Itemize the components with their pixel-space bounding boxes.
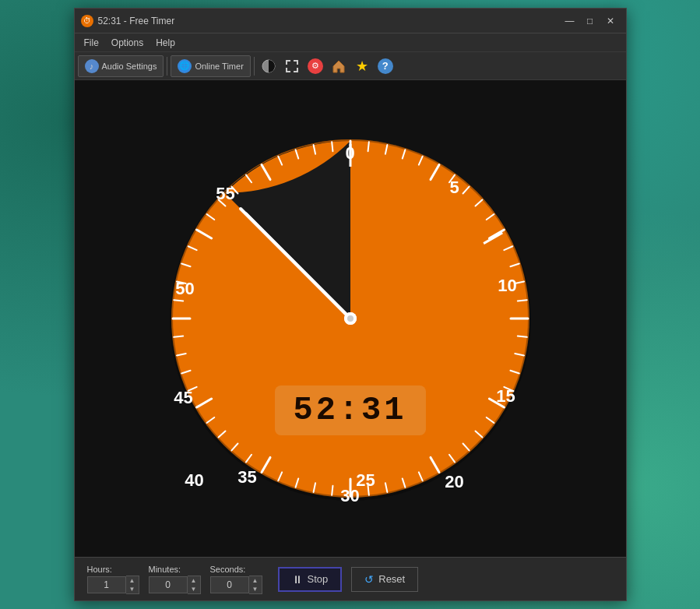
menu-help[interactable]: Help [149,36,181,50]
svg-line-32 [475,431,482,438]
settings-circle-icon: ⚙ [308,58,323,74]
clock-label-40: 40 [185,470,203,491]
svg-line-27 [515,354,524,355]
svg-line-21 [504,246,512,250]
minutes-up[interactable]: ▲ [188,576,200,585]
svg-line-58 [181,264,190,267]
hours-arrows: ▲ ▼ [126,576,139,594]
hours-up[interactable]: ▲ [126,576,139,585]
clock-label-10: 10 [498,276,516,296]
help-icon: ? [378,58,393,74]
svg-line-44 [278,472,282,481]
svg-line-47 [231,444,237,451]
svg-line-70 [245,213,350,319]
svg-line-64 [245,175,251,183]
favorites-button[interactable]: ★ [351,55,373,77]
time-text: 52:31 [293,392,406,429]
svg-line-59 [188,246,196,250]
svg-line-69 [332,142,332,151]
help-button[interactable]: ? [375,55,396,77]
svg-line-54 [174,336,183,337]
svg-line-61 [206,214,214,220]
seconds-up[interactable]: ▲ [249,576,262,585]
toolbar-separator-1 [167,57,167,76]
seconds-group: Seconds: 0 ▲ ▼ [210,565,262,594]
bottom-bar: Hours: 1 ▲ ▼ Minutes: 0 ▲ ▼ Seconds: [75,557,626,600]
theme-toggle-button[interactable] [258,55,280,77]
seconds-down[interactable]: ▼ [249,585,262,593]
svg-line-35 [431,457,439,472]
svg-line-15 [431,165,439,180]
menu-file[interactable]: File [78,36,105,50]
online-timer-label: Online Timer [195,62,243,71]
svg-line-67 [295,150,298,158]
svg-line-56 [174,300,183,301]
svg-line-46 [245,455,251,463]
svg-line-17 [463,187,469,194]
svg-line-34 [448,455,454,463]
hours-down[interactable]: ▼ [126,585,139,593]
audio-settings-button[interactable]: ♪ Audio Settings [78,55,164,77]
svg-line-37 [402,478,405,487]
clock-label-45: 45 [174,388,192,408]
window-controls: — □ ✕ [561,13,620,29]
minutes-label: Minutes: [149,565,201,574]
clock-label-55: 55 [216,184,234,204]
hours-label: Hours: [87,565,139,574]
stop-button[interactable]: ⏸ Stop [278,567,343,592]
svg-line-60 [196,230,211,238]
svg-line-24 [517,300,526,301]
main-window: ⏱ 52:31 - Free Timer — □ ✕ File Options … [74,8,627,601]
clock-label-50: 50 [175,279,194,299]
seconds-label: Seconds: [210,565,262,574]
menu-bar: File Options Help [75,33,626,52]
svg-line-11 [368,142,368,151]
clock-label-30: 30 [340,486,359,506]
minutes-spinner: 0 ▲ ▼ [149,576,201,594]
svg-line-43 [295,478,298,487]
online-timer-button[interactable]: 🌐 Online Timer [171,55,250,77]
svg-line-14 [418,157,422,165]
svg-line-66 [278,157,282,165]
svg-line-13 [402,150,405,158]
svg-line-53 [176,354,185,355]
menu-options[interactable]: Options [105,36,149,50]
minutes-down[interactable]: ▼ [188,585,200,593]
app-icon: ⏱ [81,15,93,27]
star-icon: ★ [356,58,368,75]
reset-label: Reset [378,573,405,585]
svg-point-72 [347,315,354,322]
toolbar: ♪ Audio Settings 🌐 Online Timer ⚙ [75,52,626,80]
minutes-input[interactable]: 0 [149,576,188,593]
svg-line-52 [181,371,190,374]
hours-input[interactable]: 1 [87,576,126,593]
svg-line-12 [385,145,386,154]
maximize-button[interactable]: □ [581,13,600,29]
title-bar: ⏱ 52:31 - Free Timer — □ ✕ [75,9,626,33]
svg-line-50 [196,399,211,407]
home-button[interactable] [328,55,350,77]
clock-area: 0 5 10 15 20 25 30 35 40 45 50 55 [75,80,626,557]
half-circle-icon [262,59,276,73]
hours-group: Hours: 1 ▲ ▼ [87,565,139,594]
seconds-input[interactable]: 0 [210,576,249,593]
clock-label-0: 0 [345,143,354,164]
svg-line-49 [206,417,214,423]
expand-button[interactable] [281,55,303,77]
hours-spinner: 1 ▲ ▼ [87,576,139,594]
svg-line-33 [463,444,469,451]
reset-button[interactable]: ↺ Reset [351,567,418,592]
audio-settings-label: Audio Settings [102,62,157,71]
toolbar-separator-2 [254,57,255,76]
digital-display: 52:31 [274,385,425,435]
clock-label-20: 20 [445,472,463,492]
settings-icon-button[interactable]: ⚙ [304,55,326,77]
clock-label-35: 35 [237,467,256,488]
svg-line-26 [517,336,526,337]
close-button[interactable]: ✕ [601,13,620,29]
seconds-arrows: ▲ ▼ [249,576,262,594]
svg-line-45 [262,457,270,472]
minimize-button[interactable]: — [561,13,579,29]
clock-label-15: 15 [496,386,515,407]
svg-line-41 [332,486,332,495]
